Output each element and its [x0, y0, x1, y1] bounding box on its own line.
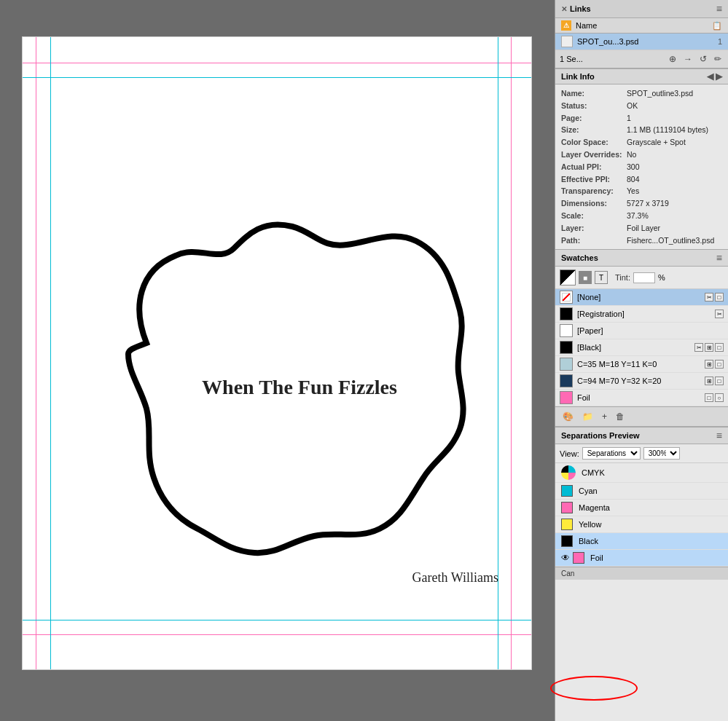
swatch-none-name: [None]	[577, 293, 705, 302]
swatches-delete-btn[interactable]: 🗑	[613, 410, 627, 423]
links-close-icon[interactable]: ✕	[561, 5, 567, 13]
info-name-label: Name:	[561, 87, 627, 100]
swatch-dark-blue-row[interactable]: C=94 M=70 Y=32 K=20 ⊞ □	[555, 373, 728, 390]
swatch-cyan-mix-row[interactable]: C=35 M=18 Y=11 K=0 ⊞ □	[555, 356, 728, 373]
sep-foil-row[interactable]: 👁 Foil	[555, 550, 728, 567]
info-layer-label: Layer:	[561, 222, 627, 235]
swatch-foil-row[interactable]: Foil □ ○	[555, 390, 728, 406]
links-selected-count: 1 Se...	[560, 55, 583, 63]
info-status-label: Status:	[561, 100, 627, 112]
swatch-cyan-mix-color	[560, 358, 573, 371]
sep-magenta-name: Magenta	[579, 503, 722, 512]
sep-zoom-select[interactable]: 300%	[643, 447, 680, 460]
info-page-label: Page:	[561, 112, 627, 125]
info-path-label: Path:	[561, 235, 627, 247]
sep-cmyk-row[interactable]: CMYK	[555, 463, 728, 483]
sep-magenta-color	[561, 502, 573, 513]
info-status-value: OK	[627, 100, 638, 112]
swatch-registration-name: [Registration]	[577, 310, 715, 318]
guide-cyan-h1	[23, 77, 531, 78]
info-effectiveppi-row: Effective PPI: 804	[561, 173, 722, 186]
links-panel-title: Links	[570, 4, 591, 13]
tint-label: Tint:	[615, 273, 630, 282]
square-icon: □	[705, 393, 713, 402]
link-info-header: Link Info ◀ ▶	[555, 69, 728, 84]
swatches-new-swatch-btn[interactable]: +	[599, 410, 610, 423]
info-layeroverrides-value: No	[627, 149, 636, 161]
swatch-foil-name: Foil	[577, 393, 705, 402]
sep-cmyk-name: CMYK	[582, 468, 722, 477]
links-column-header: ⚠ Name 📋	[555, 18, 728, 34]
info-size-label: Size:	[561, 124, 627, 136]
sep-yellow-row[interactable]: Yellow	[555, 516, 728, 533]
sep-view-select[interactable]: Separations	[582, 447, 641, 460]
info-transparency-row: Transparency: Yes	[561, 185, 722, 197]
swatch-fg-bg-icon[interactable]	[560, 269, 576, 285]
swatch-fill-icon[interactable]: ■	[579, 271, 592, 284]
sep-cyan-row[interactable]: Cyan	[555, 483, 728, 500]
swatch-dark-blue-icons: ⊞ □	[705, 377, 724, 385]
swatch-paper-row[interactable]: [Paper]	[555, 323, 728, 339]
links-place-icon[interactable]: 📋	[712, 21, 722, 31]
sep-black-row[interactable]: Black	[555, 533, 728, 550]
info-effectiveppi-value: 804	[627, 173, 640, 186]
links-toolbar: 1 Se... ⊕ → ↺ ✏	[555, 50, 728, 68]
link-info-next[interactable]: ▶	[716, 71, 722, 82]
swatches-new-color-group-btn[interactable]: 📁	[579, 410, 596, 423]
swatch-paper-color	[560, 324, 573, 337]
separations-panel: Separations Preview ≡ View: Separations …	[555, 428, 728, 721]
cmyk-color-indicator	[561, 465, 576, 480]
info-actualppi-row: Actual PPI: 300	[561, 161, 722, 173]
swatches-toolbar: ■ T Tint: %	[555, 267, 728, 289]
swatch-cyan-mix-name: C=35 M=18 Y=11 K=0	[577, 360, 705, 369]
info-name-row: Name: SPOT_outline3.psd	[561, 87, 722, 100]
tint-input[interactable]	[633, 272, 655, 283]
guide-pink-v1	[36, 37, 36, 669]
links-edit-icon[interactable]: ✏	[712, 53, 724, 65]
square-icon: □	[715, 293, 724, 302]
guide-pink-h1	[23, 63, 531, 63]
artwork-title: When The Fun Fizzles	[202, 376, 397, 398]
sep-view-bar: View: Separations 300%	[555, 444, 728, 463]
swatches-show-all-btn[interactable]: 🎨	[560, 410, 576, 423]
info-scale-label: Scale:	[561, 210, 627, 222]
swatch-black-color	[560, 341, 573, 354]
info-scale-row: Scale: 37.3%	[561, 210, 722, 222]
link-thumbnail	[561, 36, 573, 47]
swatch-foil-icons: □ ○	[705, 393, 724, 402]
guide-cyan-v1	[50, 37, 51, 669]
link-info-prev[interactable]: ◀	[707, 71, 713, 82]
swatches-header: Swatches ≡	[555, 250, 728, 267]
swatch-text-icon[interactable]: T	[595, 271, 608, 284]
swatch-none-row[interactable]: [None] ✂ □	[555, 289, 728, 306]
swatch-none-icons: ✂ □	[705, 293, 724, 302]
swatch-none-color	[560, 291, 573, 304]
sep-yellow-color	[561, 519, 573, 530]
links-update-icon[interactable]: ↺	[697, 53, 709, 65]
swatch-foil-color	[560, 391, 573, 404]
sep-menu-icon[interactable]: ≡	[716, 430, 722, 441]
links-menu-icon[interactable]: ≡	[716, 3, 722, 15]
swatches-menu-icon[interactable]: ≡	[716, 252, 722, 264]
sep-magenta-row[interactable]: Magenta	[555, 500, 728, 516]
swatch-black-row[interactable]: [Black] ✂ ⊞ □	[555, 339, 728, 356]
info-colorspace-label: Color Space:	[561, 136, 627, 149]
circle-icon: ○	[715, 393, 724, 402]
link-info-title: Link Info	[561, 72, 595, 81]
swatch-registration-row[interactable]: [Registration] ✂	[555, 306, 728, 323]
swatch-black-icons: ✂ ⊞ □	[694, 343, 724, 352]
sep-yellow-name: Yellow	[579, 520, 722, 529]
sep-title: Separations Preview	[561, 431, 640, 440]
scissors-icon: ✂	[705, 293, 713, 302]
info-dimensions-label: Dimensions:	[561, 197, 627, 210]
swatch-registration-color	[560, 307, 573, 320]
swatch-dark-blue-color	[560, 374, 573, 387]
visibility-eye-icon[interactable]: 👁	[561, 553, 570, 563]
links-relink-icon[interactable]: ⊕	[667, 53, 678, 65]
links-panel-header-left: ✕ Links	[561, 4, 591, 13]
warning-icon: ⚠	[561, 20, 571, 31]
link-row[interactable]: SPOT_ou...3.psd 1	[555, 34, 728, 50]
guide-pink-h2	[23, 634, 531, 635]
links-panel-menu[interactable]: ≡	[716, 3, 722, 15]
links-goto-icon[interactable]: →	[681, 53, 694, 65]
